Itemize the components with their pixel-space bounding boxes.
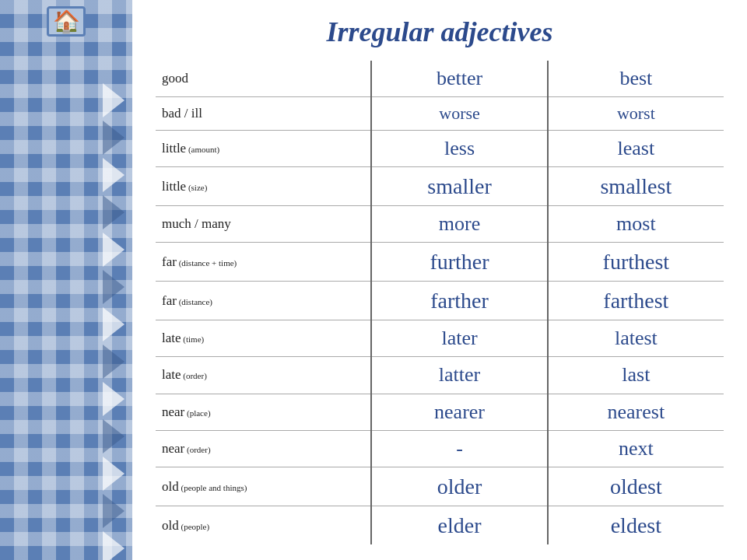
table-row: late (order)latterlast [156, 357, 724, 394]
table-row: late (time)laterlatest [156, 320, 724, 356]
chevron-arrow [103, 270, 124, 304]
base-note: (distance + time) [177, 258, 237, 268]
base-form-cell: old (people and things) [156, 467, 371, 506]
chevron-arrow [103, 158, 124, 192]
comparative-cell: later [371, 320, 547, 356]
base-word: little [162, 179, 186, 194]
chevron-arrow [103, 419, 124, 453]
base-word: good [162, 71, 188, 86]
superlative-cell: most [548, 205, 724, 242]
base-form-cell: late (time) [156, 320, 371, 356]
left-panel: 🏠 [0, 0, 132, 560]
comparative-cell: elder [371, 506, 547, 544]
chevron-arrow [103, 382, 124, 416]
adjectives-table: goodbetterbestbad / illworseworstlittle … [156, 61, 724, 544]
superlative-cell: farthest [548, 282, 724, 320]
main-content: Irregular adjectives goodbetterbestbad /… [132, 0, 747, 560]
chevron-arrow [103, 121, 124, 155]
chevron-arrow [103, 345, 124, 379]
base-form-cell: near (place) [156, 394, 371, 430]
table-row: old (people and things)olderoldest [156, 467, 724, 506]
chevron-arrow [103, 233, 124, 267]
base-word: near [162, 404, 184, 419]
superlative-cell: latest [548, 320, 724, 356]
base-word: much / many [162, 216, 231, 231]
comparative-cell: better [371, 61, 547, 97]
base-form-cell: near (order) [156, 431, 371, 467]
base-note: (time) [181, 334, 205, 344]
comparative-cell: worse [371, 97, 547, 131]
table-row: far (distance + time)furtherfurthest [156, 243, 724, 282]
base-note: (amount) [186, 145, 219, 154]
chevron-arrow [103, 195, 124, 229]
base-form-cell: old (people) [156, 506, 371, 544]
base-note: (order) [181, 371, 207, 380]
chevron-arrow [103, 307, 124, 341]
home-icon[interactable]: 🏠 [47, 6, 86, 37]
chevron-arrow [103, 457, 124, 491]
superlative-cell: nearest [548, 394, 724, 430]
base-word: bad / ill [162, 106, 202, 121]
superlative-cell: oldest [548, 467, 724, 506]
base-word: late [162, 331, 181, 345]
table-row: much / manymoremost [156, 205, 724, 242]
superlative-cell: eldest [548, 506, 724, 544]
base-word: old [162, 479, 179, 494]
superlative-cell: next [548, 431, 724, 467]
base-form-cell: much / many [156, 205, 371, 242]
base-form-cell: far (distance) [156, 282, 371, 320]
chevron-arrow [103, 83, 124, 117]
base-word: far [162, 254, 177, 269]
comparative-cell: more [371, 205, 547, 242]
table-row: little (size)smallersmallest [156, 167, 724, 206]
table-row: near (order)-next [156, 431, 724, 467]
superlative-cell: smallest [548, 167, 724, 206]
base-form-cell: little (amount) [156, 130, 371, 166]
base-word: little [162, 141, 186, 156]
base-note: (order) [184, 445, 210, 454]
table-row: far (distance)fartherfarthest [156, 282, 724, 320]
comparative-cell: smaller [371, 167, 547, 206]
base-form-cell: bad / ill [156, 97, 371, 131]
table-row: near (place)nearernearest [156, 394, 724, 430]
base-word: near [162, 441, 184, 456]
comparative-cell: latter [371, 357, 547, 394]
base-note: (distance) [177, 297, 212, 306]
page-title: Irregular adjectives [156, 16, 724, 48]
base-note: (people and things) [179, 483, 247, 492]
base-note: (place) [184, 408, 210, 418]
base-form-cell: late (order) [156, 357, 371, 394]
base-form-cell: far (distance + time) [156, 243, 371, 282]
comparative-cell: - [371, 431, 547, 467]
base-form-cell: little (size) [156, 167, 371, 206]
base-form-cell: good [156, 61, 371, 97]
superlative-cell: worst [548, 97, 724, 131]
base-word: old [162, 518, 179, 533]
base-note: (size) [186, 183, 207, 192]
chevron-arrow [103, 531, 124, 560]
superlative-cell: furthest [548, 243, 724, 282]
chevron-decoration [0, 83, 132, 560]
chevron-arrow [103, 494, 124, 528]
base-word: far [162, 293, 177, 308]
comparative-cell: farther [371, 282, 547, 320]
base-word: late [162, 367, 181, 382]
table-row: little (amount)lessleast [156, 130, 724, 166]
superlative-cell: best [548, 61, 724, 97]
comparative-cell: nearer [371, 394, 547, 430]
comparative-cell: older [371, 467, 547, 506]
table-row: goodbetterbest [156, 61, 724, 97]
comparative-cell: less [371, 130, 547, 166]
comparative-cell: further [371, 243, 547, 282]
table-row: bad / illworseworst [156, 97, 724, 131]
superlative-cell: least [548, 130, 724, 166]
base-note: (people) [179, 522, 209, 531]
superlative-cell: last [548, 357, 724, 394]
table-row: old (people)eldereldest [156, 506, 724, 544]
